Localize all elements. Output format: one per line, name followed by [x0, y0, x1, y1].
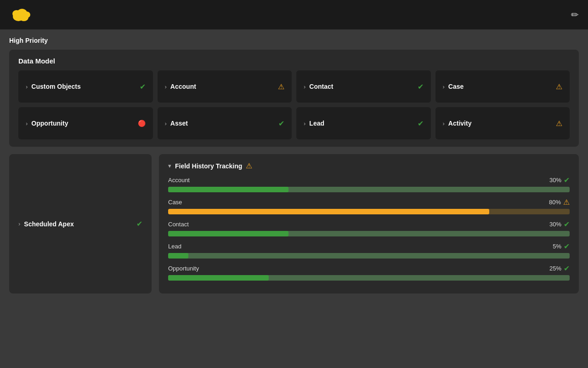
fht-label-opportunity: Opportunity: [168, 265, 199, 272]
fht-value-case: 80% ⚠: [549, 198, 570, 207]
bottom-row: › Scheduled Apex ✔ ▾ Field History Track…: [9, 154, 579, 293]
status-icon-lead: ✔: [418, 119, 424, 128]
progress-bar-opportunity: [168, 275, 570, 281]
status-green-icon: ✔: [564, 264, 570, 273]
chevron-icon: ›: [165, 83, 167, 90]
progress-fill-contact: [168, 231, 288, 236]
tile-label: Lead: [309, 120, 413, 127]
fht-row-header-account: Account 30% ✔: [168, 176, 570, 184]
tile-asset[interactable]: › Asset ✔: [158, 107, 292, 139]
chevron-icon: ›: [443, 83, 445, 90]
chevron-icon: ›: [443, 120, 445, 127]
high-priority-label: High Priority: [9, 37, 579, 44]
data-model-title: Data Model: [18, 57, 570, 65]
fht-row-header-lead: Lead 5% ✔: [168, 242, 570, 251]
fht-label-case: Case: [168, 199, 182, 206]
progress-bar-account: [168, 187, 570, 192]
fht-row-header-opportunity: Opportunity 25% ✔: [168, 264, 570, 273]
fht-label-account: Account: [168, 177, 190, 184]
tile-case[interactable]: › Case ⚠: [435, 70, 570, 103]
tile-label: Custom Objects: [31, 83, 136, 90]
status-green-icon: ✔: [564, 220, 570, 229]
progress-fill-account: [168, 187, 288, 192]
logo: [9, 5, 33, 25]
fht-label-lead: Lead: [168, 243, 181, 250]
status-green-icon: ✔: [564, 176, 570, 184]
chevron-icon: ›: [304, 120, 305, 127]
progress-fill-case: [168, 209, 489, 214]
fht-value-account: 30% ✔: [549, 176, 570, 184]
data-model-grid: › Custom Objects ✔ › Account ⚠ › Contact…: [18, 70, 570, 139]
svg-point-4: [23, 12, 30, 18]
main-content: High Priority Data Model › Custom Object…: [0, 29, 588, 301]
progress-bar-case: [168, 209, 570, 214]
status-warning-icon: ⚠: [563, 198, 570, 207]
tile-label: Activity: [448, 120, 552, 127]
tile-account[interactable]: › Account ⚠: [158, 70, 292, 103]
chevron-icon: ›: [26, 83, 28, 90]
tile-opportunity[interactable]: › Opportunity 🔴: [18, 107, 153, 139]
fht-row-header-contact: Contact 30% ✔: [168, 220, 570, 229]
tile-contact[interactable]: › Contact ✔: [296, 70, 431, 103]
progress-bar-contact: [168, 231, 570, 236]
chevron-icon: ›: [26, 120, 28, 127]
fht-label-contact: Contact: [168, 221, 189, 228]
fht-row-case: Case 80% ⚠: [168, 198, 570, 214]
fht-status-icon: ⚠: [246, 161, 252, 170]
edit-icon[interactable]: ✏: [571, 9, 579, 20]
tile-label: Asset: [170, 120, 275, 127]
tile-label: Contact: [309, 83, 413, 90]
tile-lead[interactable]: › Lead ✔: [296, 107, 431, 139]
scheduled-apex-tile[interactable]: › Scheduled Apex ✔: [9, 154, 152, 293]
fht-header: ▾ Field History Tracking ⚠: [168, 161, 570, 170]
status-icon-contact: ✔: [418, 82, 424, 91]
progress-fill-lead: [168, 253, 188, 259]
fht-row-contact: Contact 30% ✔: [168, 220, 570, 236]
progress-bar-lead: [168, 253, 570, 259]
tile-label: Case: [448, 83, 552, 90]
status-icon-opportunity: 🔴: [138, 120, 146, 127]
fht-row-account: Account 30% ✔: [168, 176, 570, 192]
fht-value-contact: 30% ✔: [549, 220, 570, 229]
tile-label: Opportunity: [31, 120, 134, 127]
fht-value-lead: 5% ✔: [553, 242, 570, 251]
fht-row-lead: Lead 5% ✔: [168, 242, 570, 259]
fht-title: Field History Tracking: [175, 162, 242, 170]
data-model-card: Data Model › Custom Objects ✔ › Account …: [9, 50, 579, 147]
chevron-icon: ›: [165, 120, 167, 127]
fht-value-opportunity: 25% ✔: [549, 264, 570, 273]
status-icon-custom-objects: ✔: [140, 82, 146, 91]
tile-activity[interactable]: › Activity ⚠: [435, 107, 570, 139]
progress-fill-opportunity: [168, 275, 269, 281]
tile-label: Account: [170, 83, 274, 90]
field-history-tracking-card: ▾ Field History Tracking ⚠ Account 30% ✔…: [159, 154, 579, 293]
status-icon-case: ⚠: [556, 82, 562, 91]
status-icon-scheduled-apex: ✔: [136, 219, 142, 228]
chevron-down-icon: ▾: [168, 162, 171, 169]
status-green-icon: ✔: [564, 242, 570, 251]
status-icon-asset: ✔: [278, 119, 284, 128]
status-icon-activity: ⚠: [556, 119, 562, 128]
status-icon-account: ⚠: [278, 82, 284, 91]
scheduled-apex-label: Scheduled Apex: [24, 220, 133, 228]
header: ✏: [0, 0, 588, 29]
chevron-icon: ›: [18, 220, 20, 227]
fht-row-header-case: Case 80% ⚠: [168, 198, 570, 207]
fht-row-opportunity: Opportunity 25% ✔: [168, 264, 570, 281]
chevron-icon: ›: [304, 83, 305, 90]
tile-custom-objects[interactable]: › Custom Objects ✔: [18, 70, 153, 103]
